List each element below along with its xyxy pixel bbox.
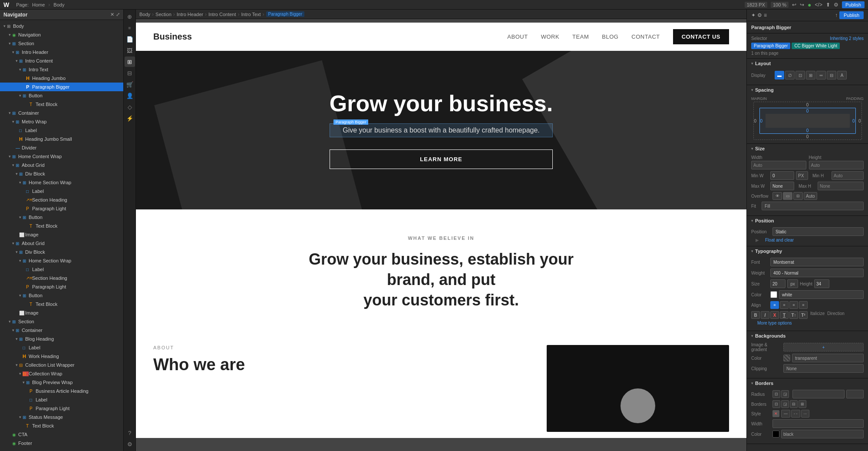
nav-link-contact[interactable]: CONTACT xyxy=(631,33,660,40)
business-article-plus-icon[interactable]: + xyxy=(119,389,122,394)
rp-share-icon[interactable]: ↑ xyxy=(835,12,838,18)
margin-left-value[interactable]: 0 xyxy=(754,119,757,123)
nav-item-paragraph-light1[interactable]: P Paragraph Light xyxy=(0,204,123,213)
radius-all-btn[interactable]: ⊡ xyxy=(772,390,780,398)
display-btn-block[interactable]: ▬ xyxy=(775,71,784,80)
nav-item-paragraph-light3[interactable]: P Paragraph Light xyxy=(0,404,123,413)
nav-item-metro-wrap[interactable]: ▾ ⊞ Metro Wrap xyxy=(0,117,123,126)
italic-btn[interactable]: I xyxy=(761,311,769,319)
sidebar-settings-icon[interactable]: ⚙ xyxy=(125,439,135,449)
align-left-btn[interactable]: ≡ xyxy=(770,301,779,309)
display-btn-inline[interactable]: ═ xyxy=(816,71,826,80)
float-and-clear-link[interactable]: Float and clear xyxy=(765,238,794,242)
nav-expand-icon[interactable]: ⤢ xyxy=(116,12,120,17)
border-dashed-btn[interactable]: - - xyxy=(791,410,800,418)
nav-item-section2[interactable]: ▾ ⊞ Section xyxy=(0,317,123,326)
nav-item-blog-preview-wrap[interactable]: ▾ ⊞ Blog Preview Wrap xyxy=(0,378,123,387)
more-type-options-link[interactable]: More type options xyxy=(757,321,864,325)
nav-item-intro-text[interactable]: ▾ ⊞ Intro Text xyxy=(0,65,123,74)
nav-item-text-block4[interactable]: T Text Block xyxy=(0,421,123,430)
rp-style-icon[interactable]: ✦ xyxy=(751,12,756,18)
position-section-header[interactable]: ▾ Position xyxy=(747,216,868,226)
breadcrumb-section[interactable]: Section xyxy=(155,12,172,17)
nav-item-label5[interactable]: □ Label + xyxy=(0,395,123,404)
breadcrumb-paragraph-bigger[interactable]: Paragraph Bigger xyxy=(266,11,304,17)
font-size-field[interactable]: 20 xyxy=(770,279,785,288)
border-width-field[interactable] xyxy=(772,419,864,428)
image1-plus-icon[interactable]: + xyxy=(119,232,122,238)
sidebar-integrations-icon[interactable]: ⚡ xyxy=(125,113,135,123)
nav-body[interactable]: ▾ ⊞ Body xyxy=(0,22,123,30)
nav-item-navigation[interactable]: ▾ ◉ Navigation xyxy=(0,30,123,39)
publish-button[interactable]: Publish xyxy=(839,11,864,19)
margin-right-value[interactable]: 0 xyxy=(858,119,861,123)
strikethrough-btn[interactable]: X xyxy=(770,311,779,319)
overflow-btn-scroll[interactable]: ⊟ xyxy=(793,192,803,200)
radius-field2[interactable] xyxy=(846,390,864,398)
nav-item-text-block1[interactable]: T Text Block xyxy=(0,100,123,109)
fit-field[interactable]: Fill xyxy=(762,202,864,210)
clipping-field[interactable]: None xyxy=(783,364,864,373)
nav-item-collection-wrap[interactable]: ▾ ⊟ Collection Wrap xyxy=(0,369,123,378)
nav-item-paragraph-light2[interactable]: P Paragraph Light xyxy=(0,282,123,291)
breadcrumb-body[interactable]: Body xyxy=(139,12,150,17)
backgrounds-section-header[interactable]: ▾ Backgrounds xyxy=(747,331,868,341)
nav-item-footer[interactable]: ◉ Footer xyxy=(0,439,123,448)
publish-button[interactable]: Publish xyxy=(842,1,865,8)
nav-item-heading-jumbo-small[interactable]: H Heading Jumbo Small xyxy=(0,135,123,143)
sidebar-layers-icon[interactable]: ⊞ xyxy=(125,56,135,67)
nav-item-cta[interactable]: ◉ CTA xyxy=(0,430,123,439)
typography-section-header[interactable]: ▾ Typography xyxy=(747,246,868,256)
sidebar-assets-icon[interactable]: 🖼 xyxy=(125,45,135,56)
bold-btn[interactable]: B xyxy=(751,311,760,319)
superscript-btn[interactable]: T² xyxy=(799,311,808,319)
borders-section-header[interactable]: ▾ Borders xyxy=(747,378,868,388)
min-w-unit[interactable]: PX xyxy=(796,171,808,180)
contact-us-button[interactable]: CONTACT US xyxy=(673,29,729,44)
height-field[interactable]: Auto xyxy=(809,161,864,169)
selector-chip-paragraph-bigger[interactable]: Paragraph Bigger xyxy=(751,43,790,49)
nav-item-button1[interactable]: ▾ ⊞ Button xyxy=(0,91,123,100)
nav-item-div-block2[interactable]: ▾ ⊞ Div Block xyxy=(0,248,123,256)
borders-all-btn[interactable]: ⊡ xyxy=(772,400,780,408)
nav-item-heading-jumbo[interactable]: H Heading Jumbo xyxy=(0,74,123,83)
display-btn-none[interactable]: ∅ xyxy=(785,71,795,80)
rp-users-icon[interactable]: ≡ xyxy=(764,12,767,18)
nav-item-home-section-wrap1[interactable]: ▾ ⊞ Home Section Wrap xyxy=(0,178,123,187)
borders-y-btn[interactable]: ⊞ xyxy=(799,400,806,408)
align-right-btn[interactable]: ≡ xyxy=(789,301,798,309)
nav-item-intro-content[interactable]: ▾ ⊞ Intro Content xyxy=(0,56,123,65)
page-name[interactable]: Home xyxy=(32,2,45,7)
nav-link-work[interactable]: WORK xyxy=(541,33,559,40)
image2-plus-icon[interactable]: + xyxy=(119,310,122,316)
padding-left-value[interactable]: 0 xyxy=(760,119,763,123)
bg-color-swatch[interactable] xyxy=(783,355,790,361)
size-section-header[interactable]: ▾ Size xyxy=(747,144,868,153)
nav-item-image2[interactable]: ⬜ Image + xyxy=(0,308,123,317)
nav-item-text-block3[interactable]: T Text Block xyxy=(0,300,123,308)
breadcrumb-intro-header[interactable]: Intro Header xyxy=(177,12,203,17)
overflow-btn-visible[interactable]: ▭ xyxy=(783,192,792,200)
max-h-field[interactable]: None xyxy=(818,182,864,190)
nav-item-intro-header[interactable]: ▾ ⊞ Intro Header xyxy=(0,48,123,56)
font-size-unit[interactable]: px xyxy=(787,279,798,288)
min-h-field[interactable]: Auto xyxy=(832,171,864,180)
nav-item-status-message[interactable]: ▾ ⊞ Status Message xyxy=(0,413,123,421)
nav-item-text-block2[interactable]: T Text Block xyxy=(0,222,123,230)
border-style-x-btn[interactable]: ✕ xyxy=(772,410,779,417)
export-icon[interactable]: ⬆ xyxy=(826,2,830,8)
rp-settings-icon[interactable]: ⚙ xyxy=(757,12,762,18)
nav-item-paragraph-bigger[interactable]: P Paragraph Bigger xyxy=(0,83,123,91)
nav-item-work-heading[interactable]: H Work Heading xyxy=(0,352,123,361)
border-color-field[interactable]: black xyxy=(781,430,864,438)
nav-item-container1[interactable]: ▾ ⊞ Container xyxy=(0,109,123,117)
nav-item-section-heading2[interactable]: ↗H Section Heading xyxy=(0,274,123,282)
overflow-btn-auto[interactable]: Auto xyxy=(804,192,817,200)
redo-icon[interactable]: ↪ xyxy=(800,2,804,8)
nav-item-blog-heading[interactable]: ▾ ⊞ Blog Heading xyxy=(0,335,123,343)
nav-item-section-heading1[interactable]: ↗H Section Heading xyxy=(0,196,123,204)
nav-item-button2[interactable]: ▾ ⊞ Button xyxy=(0,213,123,222)
display-btn-grid[interactable]: ⊞ xyxy=(806,71,815,80)
layout-section-header[interactable]: ▾ Layout xyxy=(747,59,868,68)
nav-item-about-grid2[interactable]: ▾ ⊞ About Grid xyxy=(0,239,123,248)
